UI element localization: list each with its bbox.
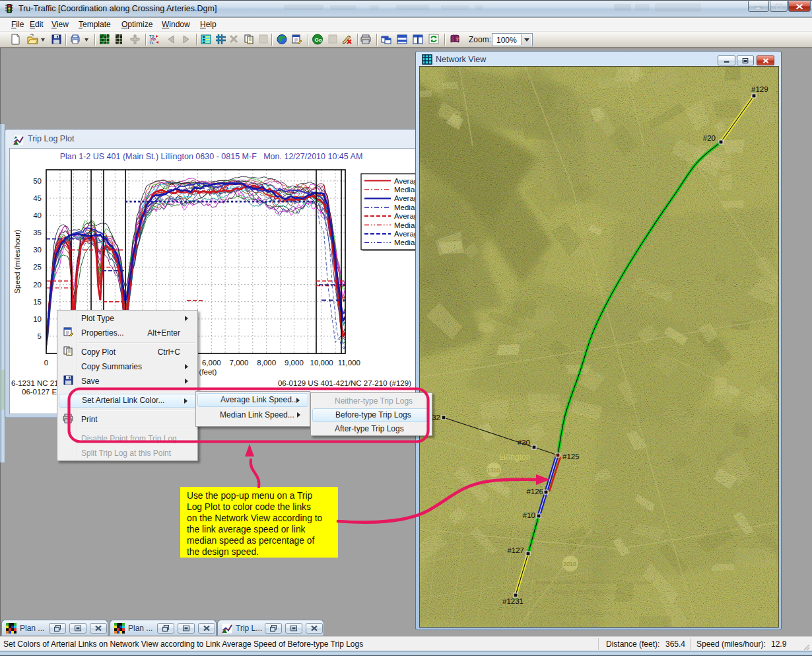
svg-text:50: 50 bbox=[33, 177, 42, 185]
svg-text:20: 20 bbox=[33, 281, 42, 289]
svg-text:10,000: 10,000 bbox=[310, 359, 333, 367]
svg-text:Image Landsat / NASA Farm Serv: Image Landsat / NASA Farm Service Agency bbox=[535, 579, 654, 585]
svg-text:0: 0 bbox=[44, 359, 48, 367]
svg-text:#125: #125 bbox=[562, 453, 580, 460]
svg-text:#126: #126 bbox=[526, 488, 543, 495]
svg-text:Lillington: Lillington bbox=[499, 453, 530, 462]
svg-text:8,000: 8,000 bbox=[257, 359, 276, 367]
svg-text:5: 5 bbox=[38, 332, 42, 340]
svg-text:06-0129 US 401-421/NC 27-210 (: 06-0129 US 401-421/NC 27-210 (#129) bbox=[278, 379, 411, 387]
svg-text:#129: #129 bbox=[751, 85, 768, 93]
svg-text:30: 30 bbox=[33, 246, 42, 254]
svg-text:#127: #127 bbox=[507, 546, 524, 554]
svg-text:Go: Go bbox=[315, 37, 322, 43]
svg-text:7,000: 7,000 bbox=[230, 359, 249, 367]
svg-text:Speed (miles/hour): Speed (miles/hour) bbox=[13, 229, 21, 293]
svg-text:Plan 1-2 US 401 (Main St.) Lil: Plan 1-2 US 401 (Main St.) Lillington 06… bbox=[60, 152, 363, 161]
svg-text:?: ? bbox=[456, 37, 459, 42]
svg-text:Image © 2010 DigitalGlobe: Image © 2010 DigitalGlobe bbox=[552, 589, 623, 595]
svg-text:35°23'55.57" N 78°54'14.03": 35°23'55.57" N 78°54'14.03" W bbox=[549, 610, 622, 616]
svg-text:#30: #30 bbox=[518, 439, 530, 447]
svg-text:TL: TL bbox=[149, 41, 154, 45]
svg-text:6,000: 6,000 bbox=[202, 359, 221, 367]
svg-text:#20: #20 bbox=[703, 134, 716, 142]
svg-text:35: 35 bbox=[33, 229, 42, 237]
svg-text:#1231: #1231 bbox=[502, 597, 524, 605]
svg-text:45: 45 bbox=[33, 194, 42, 202]
svg-text:2016: 2016 bbox=[563, 561, 576, 567]
svg-text:#10: #10 bbox=[523, 511, 535, 519]
svg-text:25: 25 bbox=[33, 263, 42, 271]
svg-text:1310: 1310 bbox=[487, 467, 500, 474]
svg-text:15: 15 bbox=[33, 298, 42, 306]
svg-text:10: 10 bbox=[33, 315, 42, 323]
svg-text:11,000: 11,000 bbox=[338, 359, 360, 367]
svg-text:9,000: 9,000 bbox=[285, 359, 304, 367]
svg-text:40: 40 bbox=[33, 211, 42, 219]
